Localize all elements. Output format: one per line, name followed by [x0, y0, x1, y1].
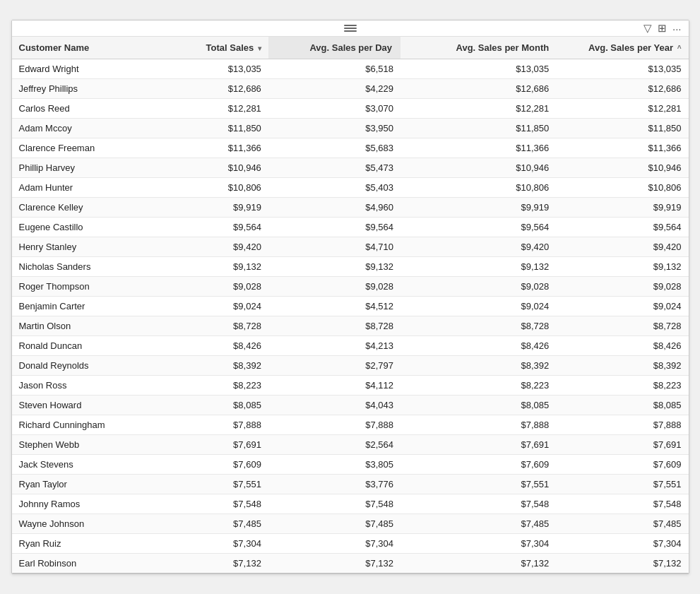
cell-name: Edward Wright — [12, 59, 167, 79]
col-header-total[interactable]: Total Sales ▾ — [167, 37, 268, 59]
cell-name: Adam Mccoy — [12, 119, 167, 138]
data-table: Customer Name Total Sales ▾ Avg. Sales p… — [12, 37, 689, 574]
drag-handle[interactable] — [344, 25, 357, 32]
cell-total_sales: $12,281 — [167, 99, 268, 119]
table-row: Adam Mccoy$11,850$3,950$11,850$11,850 — [12, 119, 689, 138]
cell-avg_month: $7,691 — [401, 435, 556, 455]
cell-avg_month: $7,548 — [401, 494, 556, 514]
table-row: Ryan Ruiz$7,304$7,304$7,304$7,304 — [12, 534, 689, 554]
cell-avg_day: $3,950 — [268, 119, 401, 138]
cell-avg_year: $8,728 — [556, 316, 688, 336]
cell-name: Martin Olson — [12, 316, 167, 336]
cell-avg_month: $8,426 — [401, 336, 556, 356]
cell-avg_month: $11,366 — [401, 138, 556, 158]
table-row: Ronald Duncan$8,426$4,213$8,426$8,426 — [12, 336, 689, 356]
cell-name: Jeffrey Phillips — [12, 79, 167, 99]
cell-total_sales: $8,728 — [167, 316, 268, 336]
table-row: Richard Cunningham$7,888$7,888$7,888$7,8… — [12, 415, 689, 435]
cell-avg_day: $5,683 — [268, 138, 401, 158]
sort-indicator-total: ▾ — [258, 44, 261, 52]
col-header-name[interactable]: Customer Name — [12, 37, 167, 59]
table-row: Steven Howard$8,085$4,043$8,085$8,085 — [12, 396, 689, 415]
cell-avg_day: $7,548 — [268, 494, 401, 514]
cell-avg_month: $9,919 — [401, 198, 556, 218]
cell-name: Nicholas Sanders — [12, 257, 167, 277]
cell-avg_month: $8,728 — [401, 316, 556, 336]
cell-total_sales: $7,132 — [167, 554, 268, 574]
cell-avg_year: $7,888 — [556, 415, 688, 435]
cell-avg_day: $2,564 — [268, 435, 401, 455]
cell-avg_month: $10,946 — [401, 158, 556, 178]
cell-name: Johnny Ramos — [12, 494, 167, 514]
cell-avg_year: $7,485 — [556, 514, 688, 534]
table-row: Carlos Reed$12,281$3,070$12,281$12,281 — [12, 99, 689, 119]
more-icon[interactable]: ··· — [672, 23, 682, 35]
cell-avg_day: $8,728 — [268, 316, 401, 336]
cell-avg_day: $7,304 — [268, 534, 401, 554]
cell-avg_day: $5,403 — [268, 178, 401, 198]
cell-avg_year: $10,806 — [556, 178, 688, 198]
cell-avg_month: $9,132 — [401, 257, 556, 277]
col-header-year[interactable]: Avg. Sales per Year ^ — [556, 37, 688, 59]
cell-total_sales: $7,691 — [167, 435, 268, 455]
cell-avg_month: $8,223 — [401, 376, 556, 396]
cell-avg_day: $7,485 — [268, 514, 401, 534]
cell-total_sales: $10,946 — [167, 158, 268, 178]
header-row: Customer Name Total Sales ▾ Avg. Sales p… — [12, 37, 689, 59]
cell-avg_day: $3,776 — [268, 475, 401, 494]
cell-total_sales: $8,426 — [167, 336, 268, 356]
cell-avg_year: $7,304 — [556, 534, 688, 554]
col-header-month[interactable]: Avg. Sales per Month — [401, 37, 556, 59]
table-row: Earl Robinson$7,132$7,132$7,132$7,132 — [12, 554, 689, 574]
cell-total_sales: $7,548 — [167, 494, 268, 514]
cell-avg_month: $7,485 — [401, 514, 556, 534]
table-row: Edward Wright$13,035$6,518$13,035$13,035 — [12, 59, 689, 79]
table-row: Ryan Taylor$7,551$3,776$7,551$7,551 — [12, 475, 689, 494]
cell-total_sales: $9,564 — [167, 218, 268, 237]
cell-avg_day: $6,518 — [268, 59, 401, 79]
table-row: Johnny Ramos$7,548$7,548$7,548$7,548 — [12, 494, 689, 514]
cell-avg_year: $7,551 — [556, 475, 688, 494]
cell-total_sales: $12,686 — [167, 79, 268, 99]
cell-name: Clarence Kelley — [12, 198, 167, 218]
cell-avg_month: $9,028 — [401, 277, 556, 297]
cell-avg_day: $9,028 — [268, 277, 401, 297]
cell-name: Jason Ross — [12, 376, 167, 396]
cell-avg_month: $7,304 — [401, 534, 556, 554]
cell-avg_day: $4,710 — [268, 237, 401, 257]
main-container: ▽ ⊞ ··· Customer Name Total Sales ▾ Avg.… — [11, 20, 689, 574]
table-row: Clarence Freeman$11,366$5,683$11,366$11,… — [12, 138, 689, 158]
cell-avg_month: $8,085 — [401, 396, 556, 415]
table-wrapper: Customer Name Total Sales ▾ Avg. Sales p… — [12, 37, 689, 574]
cell-total_sales: $7,485 — [167, 514, 268, 534]
cell-total_sales: $9,919 — [167, 198, 268, 218]
table-row: Benjamin Carter$9,024$4,512$9,024$9,024 — [12, 297, 689, 316]
layout-icon[interactable]: ⊞ — [658, 22, 667, 35]
cell-avg_month: $7,551 — [401, 475, 556, 494]
cell-avg_day: $4,112 — [268, 376, 401, 396]
cell-avg_day: $7,132 — [268, 554, 401, 574]
cell-total_sales: $9,420 — [167, 237, 268, 257]
cell-name: Clarence Freeman — [12, 138, 167, 158]
cell-avg_year: $9,028 — [556, 277, 688, 297]
col-header-day[interactable]: Avg. Sales per Day — [268, 37, 401, 59]
cell-name: Eugene Castillo — [12, 218, 167, 237]
cell-total_sales: $11,366 — [167, 138, 268, 158]
cell-avg_day: $3,805 — [268, 455, 401, 475]
cell-avg_year: $13,035 — [556, 59, 688, 79]
cell-total_sales: $8,392 — [167, 356, 268, 376]
cell-total_sales: $11,850 — [167, 119, 268, 138]
filter-icon[interactable]: ▽ — [643, 22, 652, 35]
table-row: Roger Thompson$9,028$9,028$9,028$9,028 — [12, 277, 689, 297]
cell-name: Ronald Duncan — [12, 336, 167, 356]
cell-avg_year: $9,919 — [556, 198, 688, 218]
cell-avg_month: $10,806 — [401, 178, 556, 198]
cell-avg_month: $11,850 — [401, 119, 556, 138]
table-row: Jeffrey Phillips$12,686$4,229$12,686$12,… — [12, 79, 689, 99]
cell-avg_year: $7,691 — [556, 435, 688, 455]
cell-avg_day: $4,213 — [268, 336, 401, 356]
cell-avg_month: $12,686 — [401, 79, 556, 99]
cell-avg_year: $7,132 — [556, 554, 688, 574]
table-row: Donald Reynolds$8,392$2,797$8,392$8,392 — [12, 356, 689, 376]
cell-name: Steven Howard — [12, 396, 167, 415]
